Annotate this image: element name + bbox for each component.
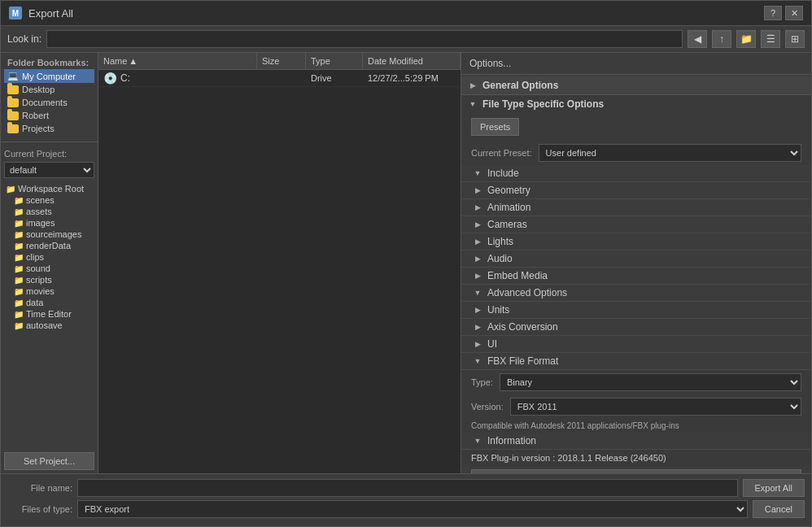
tree-item-data[interactable]: 📁 data (4, 297, 94, 308)
fbx-file-format-header[interactable]: ▼ FBX File Format (461, 353, 811, 370)
bookmark-desktop-label: Desktop (22, 85, 55, 94)
folder-icon (7, 124, 19, 133)
up-button[interactable]: ↑ (712, 30, 731, 48)
project-combo[interactable]: default (4, 162, 94, 178)
bookmark-robert[interactable]: Robert (4, 109, 94, 122)
export-all-button[interactable]: Export All (743, 479, 805, 497)
file-date-cell: 12/27/2...5:29 PM (363, 73, 461, 83)
current-preset-label: Current Preset: (471, 148, 532, 158)
type-combo[interactable]: Binary ASCII (500, 373, 801, 391)
ui-row[interactable]: ▶ UI (461, 336, 811, 353)
lights-row[interactable]: ▶ Lights (461, 233, 811, 250)
audio-row[interactable]: ▶ Audio (461, 250, 811, 268)
project-combo-wrapper: default (4, 162, 94, 178)
general-options-header[interactable]: ▶ General Options (461, 76, 811, 94)
main-content: Folder Bookmarks: 💻 My Computer Desktop … (1, 53, 811, 473)
file-name-input[interactable] (77, 479, 738, 497)
type-row: Type: Binary ASCII (461, 370, 811, 394)
axis-conversion-arrow: ▶ (473, 322, 482, 332)
fbx-version-text: FBX Plug-in version : 2018.1.1 Release (… (461, 450, 811, 466)
tree-item-autosave[interactable]: 📁 autosave (4, 320, 94, 331)
create-folder-button[interactable]: 📁 (736, 30, 756, 48)
file-name-row: File name: Export All (7, 479, 805, 497)
back-button[interactable]: ◀ (688, 30, 707, 48)
bookmarks-label: Folder Bookmarks: (4, 56, 94, 69)
files-of-type-combo[interactable]: FBX export (77, 500, 748, 518)
file-row[interactable]: 💿 C: Drive 12/27/2...5:29 PM (98, 70, 461, 87)
col-header-date[interactable]: Date Modified (363, 53, 461, 69)
col-header-type[interactable]: Type (306, 53, 363, 69)
information-header[interactable]: ▼ Information (461, 433, 811, 450)
general-options-title: General Options (482, 80, 558, 91)
file-name-cell: 💿 C: (98, 72, 257, 85)
close-button[interactable]: ✕ (785, 6, 803, 20)
bookmark-desktop[interactable]: Desktop (4, 83, 94, 96)
tree-item-assets[interactable]: 📁 assets (4, 206, 94, 217)
folder-icon: 📁 (14, 219, 24, 228)
file-date: 12/27/2...5:29 PM (368, 73, 439, 83)
cameras-row[interactable]: ▶ Cameras (461, 216, 811, 233)
tree-item-scenes[interactable]: 📁 scenes (4, 194, 94, 206)
title-bar-left: M Export All (9, 7, 73, 20)
tree-item-workspace-root[interactable]: 📁 Workspace Root (4, 183, 94, 194)
file-type-header[interactable]: ▼ File Type Specific Options (461, 95, 811, 113)
set-project-button[interactable]: Set Project... (4, 452, 94, 470)
list-view-button[interactable]: ☰ (761, 30, 780, 48)
col-header-size[interactable]: Size (257, 53, 306, 69)
include-arrow: ▼ (473, 168, 482, 178)
tree-item-images[interactable]: 📁 images (4, 217, 94, 229)
col-header-name[interactable]: Name ▲ (98, 53, 257, 69)
tree-item-sound[interactable]: 📁 sound (4, 263, 94, 274)
file-name: C: (120, 72, 130, 84)
version-combo[interactable]: FBX 2011 FBX 2012 FBX 2013 (510, 398, 801, 416)
title-bar: M Export All ? ✕ (1, 1, 811, 26)
animation-row[interactable]: ▶ Animation (461, 199, 811, 216)
drive-icon: 💿 (103, 72, 117, 85)
axis-conversion-row[interactable]: ▶ Axis Conversion (461, 319, 811, 336)
folder-icon: 📁 (14, 264, 24, 273)
tree-item-scripts[interactable]: 📁 scripts (4, 274, 94, 285)
embed-media-row[interactable]: ▶ Embed Media (461, 268, 811, 285)
ui-label: UI (487, 338, 497, 350)
folder-icon: 📁 (14, 242, 24, 250)
tree-item-renderdata[interactable]: 📁 renderData (4, 240, 94, 251)
animation-arrow: ▶ (473, 203, 482, 212)
audio-label: Audio (487, 253, 513, 264)
tree-item-movies-label: movies (26, 286, 55, 296)
tree-item-sourceimages[interactable]: 📁 sourceimages (4, 229, 94, 240)
current-preset-combo[interactable]: User defined (539, 144, 801, 162)
bookmark-documents[interactable]: Documents (4, 96, 94, 109)
general-options-section: ▶ General Options (461, 76, 811, 95)
help-button[interactable]: ? (764, 6, 782, 20)
current-project-label: Current Project: (4, 149, 94, 159)
fbx-format-title: FBX File Format (487, 355, 558, 367)
include-section-header[interactable]: ▼ Include (461, 165, 811, 182)
file-list-body: 💿 C: Drive 12/27/2...5:29 PM (98, 70, 461, 473)
embed-media-label: Embed Media (487, 270, 548, 281)
title-buttons: ? ✕ (764, 6, 803, 20)
cancel-button[interactable]: Cancel (753, 500, 805, 518)
advanced-options-header[interactable]: ▼ Advanced Options (461, 285, 811, 302)
ui-arrow: ▶ (473, 339, 482, 349)
bookmark-my-computer[interactable]: 💻 My Computer (4, 69, 94, 83)
units-label: Units (487, 304, 509, 316)
dialog-title: Export All (28, 7, 73, 20)
project-tree: 📁 Workspace Root 📁 scenes 📁 assets 📁 ima… (1, 181, 98, 449)
export-all-dialog: M Export All ? ✕ Look in: ◀ ↑ 📁 ☰ ⊞ Fold… (0, 0, 812, 527)
tree-item-clips[interactable]: 📁 clips (4, 251, 94, 263)
lights-label: Lights (487, 236, 513, 247)
detail-view-button[interactable]: ⊞ (785, 30, 805, 48)
folder-icon: 📁 (14, 321, 24, 330)
look-in-label: Look in: (7, 33, 41, 45)
look-in-input[interactable] (46, 30, 683, 48)
geometry-row[interactable]: ▶ Geometry (461, 182, 811, 199)
bookmark-robert-label: Robert (22, 111, 49, 120)
units-row[interactable]: ▶ Units (461, 302, 811, 319)
tree-item-movies[interactable]: 📁 movies (4, 285, 94, 297)
tree-item-time-editor[interactable]: 📁 Time Editor (4, 308, 94, 320)
file-type-cell: Drive (306, 73, 363, 83)
presets-button[interactable]: Presets (471, 118, 519, 136)
bookmark-projects[interactable]: Projects (4, 122, 94, 135)
tree-item-sourceimages-label: sourceimages (26, 229, 81, 239)
type-label: Type: (471, 377, 493, 387)
